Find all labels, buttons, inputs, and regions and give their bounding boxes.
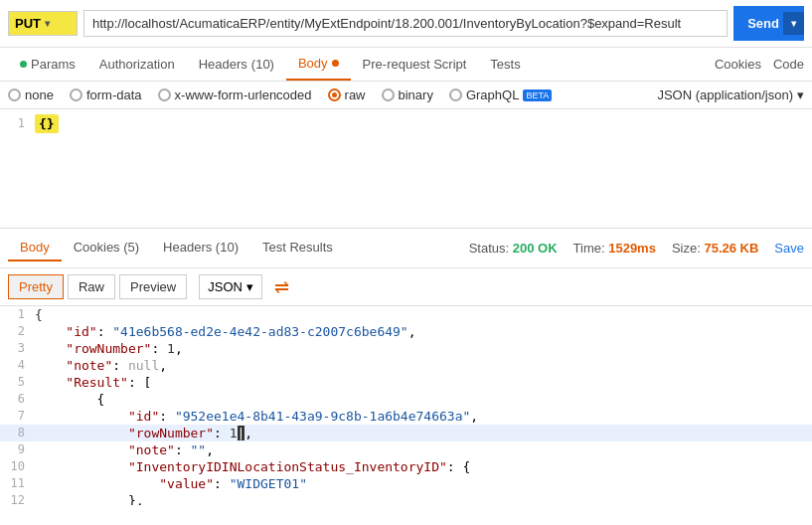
method-dropdown[interactable]: PUT ▾ xyxy=(8,11,78,36)
code-link[interactable]: Code xyxy=(773,57,804,72)
option-graphql[interactable]: GraphQL BETA xyxy=(449,88,552,102)
json-line-4: 4 "note": null, xyxy=(0,357,812,374)
method-arrow-icon: ▾ xyxy=(45,18,50,29)
url-input[interactable] xyxy=(83,10,728,37)
formdata-radio[interactable] xyxy=(70,88,82,101)
body-dot xyxy=(332,60,339,67)
status-value: 200 OK xyxy=(513,241,558,256)
code-line-1: 1 {} xyxy=(0,115,812,132)
response-header: Body Cookies (5) Headers (10) Test Resul… xyxy=(0,229,812,268)
size-label: Size: 75.26 KB xyxy=(672,241,758,256)
params-dot xyxy=(20,61,27,68)
tab-tests[interactable]: Tests xyxy=(478,49,532,80)
method-label: PUT xyxy=(15,16,41,31)
json-line-8: 8 "rowNumber": 1|, xyxy=(0,425,812,441)
json-line-7: 7 "id": "952ee1e4-8b41-43a9-9c8b-1a6b4e7… xyxy=(0,408,812,425)
json-line-1: 1 { xyxy=(0,306,812,323)
url-bar: PUT ▾ Send ▾ xyxy=(0,0,812,48)
send-dropdown-arrow[interactable]: ▾ xyxy=(783,12,804,35)
size-value: 75.26 KB xyxy=(704,241,758,256)
json-format-arrow-icon: ▾ xyxy=(797,88,804,102)
save-response-link[interactable]: Save xyxy=(774,241,804,256)
response-body[interactable]: 1 { 2 "id": "41e6b568-ed2e-4e42-ad83-c20… xyxy=(0,306,812,505)
binary-radio[interactable] xyxy=(382,88,395,101)
cookies-link[interactable]: Cookies xyxy=(715,57,761,72)
body-options-row: none form-data x-www-form-urlencoded raw… xyxy=(0,82,812,109)
json-line-5: 5 "Result": [ xyxy=(0,374,812,391)
request-tabs: Params Authorization Headers (10) Body P… xyxy=(0,48,812,82)
json-line-10: 10 "InventoryIDINLocationStatus_Inventor… xyxy=(0,458,812,475)
beta-badge: BETA xyxy=(523,89,552,101)
json-line-9: 9 "note": "", xyxy=(0,441,812,458)
tab-prerequest[interactable]: Pre-request Script xyxy=(351,49,479,80)
response-toolbar: Pretty Raw Preview JSON ▾ ⇌ xyxy=(0,268,812,306)
option-urlencoded[interactable]: x-www-form-urlencoded xyxy=(158,88,312,102)
view-raw-button[interactable]: Raw xyxy=(68,274,115,299)
json-line-2: 2 "id": "41e6b568-ed2e-4e42-ad83-c2007c6… xyxy=(0,323,812,340)
tab-authorization[interactable]: Authorization xyxy=(87,49,187,80)
resp-tab-headers[interactable]: Headers (10) xyxy=(151,235,250,262)
time-label: Time: 1529ms xyxy=(573,241,656,256)
response-status: Status: 200 OK Time: 1529ms Size: 75.26 … xyxy=(469,241,804,256)
time-value: 1529ms xyxy=(608,241,656,256)
option-binary[interactable]: binary xyxy=(382,88,433,102)
status-label: Status: 200 OK xyxy=(469,241,558,256)
json-line-3: 3 "rowNumber": 1, xyxy=(0,340,812,357)
format-arrow-icon: ▾ xyxy=(246,279,253,294)
tab-params[interactable]: Params xyxy=(8,49,87,80)
option-raw[interactable]: raw xyxy=(328,88,366,102)
request-body-editor[interactable]: 1 {} xyxy=(0,109,812,229)
json-line-6: 6 { xyxy=(0,391,812,408)
send-button[interactable]: Send ▾ xyxy=(733,6,804,41)
view-preview-button[interactable]: Preview xyxy=(119,274,187,299)
resp-tab-test-results[interactable]: Test Results xyxy=(250,235,345,262)
tab-body[interactable]: Body xyxy=(286,48,351,81)
response-tabs: Body Cookies (5) Headers (10) Test Resul… xyxy=(8,235,345,262)
filter-icon[interactable]: ⇌ xyxy=(274,276,289,298)
raw-radio[interactable] xyxy=(328,88,341,101)
view-pretty-button[interactable]: Pretty xyxy=(8,274,64,299)
response-format-dropdown[interactable]: JSON ▾ xyxy=(199,274,262,299)
option-none[interactable]: none xyxy=(8,88,54,102)
graphql-radio[interactable] xyxy=(449,88,462,101)
json-line-12: 12 }, xyxy=(0,492,812,505)
json-format-dropdown[interactable]: JSON (application/json) ▾ xyxy=(657,88,804,102)
format-label: JSON xyxy=(208,279,243,294)
resp-tab-body[interactable]: Body xyxy=(8,235,62,262)
none-radio[interactable] xyxy=(8,88,21,101)
json-line-11: 11 "value": "WIDGET01" xyxy=(0,475,812,492)
option-form-data[interactable]: form-data xyxy=(70,88,142,102)
resp-tab-cookies[interactable]: Cookies (5) xyxy=(62,235,151,262)
tab-headers[interactable]: Headers (10) xyxy=(187,49,286,80)
right-links: Cookies Code xyxy=(715,57,804,72)
urlencoded-radio[interactable] xyxy=(158,88,171,101)
